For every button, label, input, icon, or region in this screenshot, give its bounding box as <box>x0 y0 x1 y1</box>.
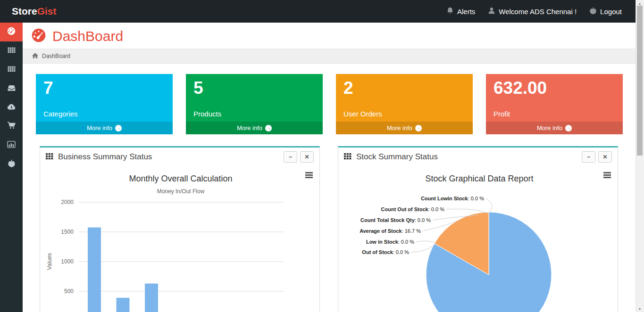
pie-chart-svg: Stock Graphical Data ReportCount Lowin S… <box>338 166 617 312</box>
profit-amount: 632.00 <box>493 79 615 98</box>
products-more-info-link[interactable]: More info → <box>186 122 323 134</box>
bar-chart-svg: Monthly Overall CalculationMoney In/Out … <box>40 166 318 312</box>
sidebar-item-3[interactable] <box>0 60 23 79</box>
inbox-icon <box>8 84 16 93</box>
sidebar-item-4[interactable] <box>0 79 23 98</box>
arrow-circle-right-icon: → <box>565 125 572 131</box>
categories-label: Categories <box>43 110 165 118</box>
svg-text:500: 500 <box>64 288 74 295</box>
sidebar-item-8[interactable] <box>0 155 23 173</box>
profit-card: 632.00 Profit More info → <box>486 74 623 134</box>
power-icon <box>589 7 597 16</box>
table-icon <box>8 47 16 56</box>
collapse-button[interactable]: − <box>284 151 297 163</box>
logout-menu-item[interactable]: Logout <box>589 7 622 16</box>
sidebar-item-7[interactable] <box>0 136 23 155</box>
svg-text:2000: 2000 <box>61 199 74 205</box>
svg-text:Average of Stock: 16.7 %: Average of Stock: 16.7 % <box>360 228 421 234</box>
collapse-button[interactable]: − <box>582 151 595 163</box>
th-grid-icon <box>46 153 53 162</box>
tachometer-icon <box>7 27 16 37</box>
svg-text:Monthly Overall Calculation: Monthly Overall Calculation <box>129 174 232 183</box>
user-menu-item[interactable]: Welcome ADS Chennai ! <box>488 7 577 16</box>
svg-text:Low in Stock: 0.0 %: Low in Stock: 0.0 % <box>366 239 414 245</box>
svg-text:Count Lowin Stock: 0.0 %: Count Lowin Stock: 0.0 % <box>421 196 484 201</box>
bar-chart-icon <box>7 141 16 150</box>
scrollbar-thumb[interactable] <box>637 6 643 156</box>
top-navbar: StoreGist Alerts Welcome ADS Chennai ! L… <box>0 0 636 23</box>
navbar-right-menu: Alerts Welcome ADS Chennai ! Logout <box>446 7 622 16</box>
brand-gist: Gist <box>37 6 57 16</box>
sidebar-item-6[interactable] <box>0 117 23 136</box>
breadcrumb: DashBoard <box>23 49 636 64</box>
page-header: DashBoard <box>23 23 636 49</box>
profit-more-info-link[interactable]: More info → <box>486 122 623 134</box>
page-title: DashBoard <box>52 28 123 44</box>
categories-more-info-link[interactable]: More info → <box>36 122 173 134</box>
chart-context-menu-icon[interactable] <box>603 172 611 179</box>
brand-store: Store <box>12 6 37 16</box>
business-summary-panel: Business Summary Status − ✕ Monthly Over… <box>40 146 320 312</box>
stock-summary-panel-heading: Stock Summary Status − ✕ <box>338 148 618 166</box>
breadcrumb-label[interactable]: DashBoard <box>42 53 70 59</box>
svg-text:Count Total Stock Qty: 0.0 %: Count Total Stock Qty: 0.0 % <box>360 217 431 223</box>
products-card: 5 Products More info → <box>186 74 323 134</box>
logout-label: Logout <box>600 8 622 16</box>
main-content: DashBoard DashBoard 7 Categories More in… <box>23 23 636 312</box>
welcome-label: Welcome ADS Chennai ! <box>499 8 577 16</box>
close-button[interactable]: ✕ <box>598 151 612 163</box>
cloud-download-icon <box>7 103 16 112</box>
products-count: 5 <box>193 79 315 98</box>
svg-text:Count Out of Stock: 0.0 %: Count Out of Stock: 0.0 % <box>381 206 445 212</box>
chart-context-menu-icon[interactable] <box>305 172 313 179</box>
th-grid-icon <box>344 153 351 162</box>
vertical-scrollbar[interactable]: ▲ ▼ <box>636 0 644 312</box>
stock-summary-body: Stock Graphical Data ReportCount Lowin S… <box>338 166 618 312</box>
stat-cards-row: 7 Categories More info → 5 Products More… <box>23 64 636 134</box>
products-label: Products <box>193 110 315 118</box>
sidebar-item-dashboard[interactable] <box>0 23 23 41</box>
categories-card: 7 Categories More info → <box>36 74 173 134</box>
user-orders-label: User Orders <box>343 110 465 118</box>
stock-summary-panel: Stock Summary Status − ✕ Stock Graphical… <box>338 146 618 312</box>
user-orders-count: 2 <box>343 79 465 98</box>
svg-text:Out of Stock: 0.0 %: Out of Stock: 0.0 % <box>362 249 409 255</box>
application-window: StoreGist Alerts Welcome ADS Chennai ! L… <box>0 0 644 312</box>
sidebar-item-2[interactable] <box>0 41 23 60</box>
alerts-menu-item[interactable]: Alerts <box>446 7 475 16</box>
arrow-circle-right-icon: → <box>265 125 272 131</box>
svg-text:Values: Values <box>46 253 53 270</box>
close-button[interactable]: ✕ <box>300 151 314 163</box>
cart-icon <box>7 122 16 131</box>
svg-text:1500: 1500 <box>61 229 74 235</box>
bell-icon <box>446 7 454 16</box>
sidebar <box>0 23 23 312</box>
home-icon <box>32 53 38 60</box>
user-orders-card: 2 User Orders More info → <box>336 74 473 134</box>
power-icon <box>8 159 16 169</box>
alerts-label: Alerts <box>457 8 475 16</box>
svg-text:Money In/Out Flow: Money In/Out Flow <box>157 188 205 195</box>
sidebar-item-5[interactable] <box>0 98 23 117</box>
arrow-circle-right-icon: → <box>115 125 122 131</box>
user-icon <box>488 7 495 16</box>
business-summary-title: Business Summary Status <box>58 152 281 162</box>
profit-label: Profit <box>493 110 615 118</box>
stock-summary-title: Stock Summary Status <box>356 152 579 162</box>
scroll-down-arrow-icon[interactable]: ▼ <box>636 305 644 312</box>
svg-text:Stock Graphical Data Report: Stock Graphical Data Report <box>425 174 533 183</box>
panels-row: Business Summary Status − ✕ Monthly Over… <box>23 134 636 312</box>
user-orders-more-info-link[interactable]: More info → <box>336 122 473 134</box>
table-icon <box>8 66 16 74</box>
categories-count: 7 <box>43 79 165 98</box>
arrow-circle-right-icon: → <box>415 125 422 131</box>
svg-text:1000: 1000 <box>61 258 74 265</box>
tachometer-icon <box>31 28 47 44</box>
business-summary-body: Monthly Overall CalculationMoney In/Out … <box>40 166 319 312</box>
brand-logo[interactable]: StoreGist <box>12 6 57 17</box>
business-summary-panel-heading: Business Summary Status − ✕ <box>40 148 319 166</box>
